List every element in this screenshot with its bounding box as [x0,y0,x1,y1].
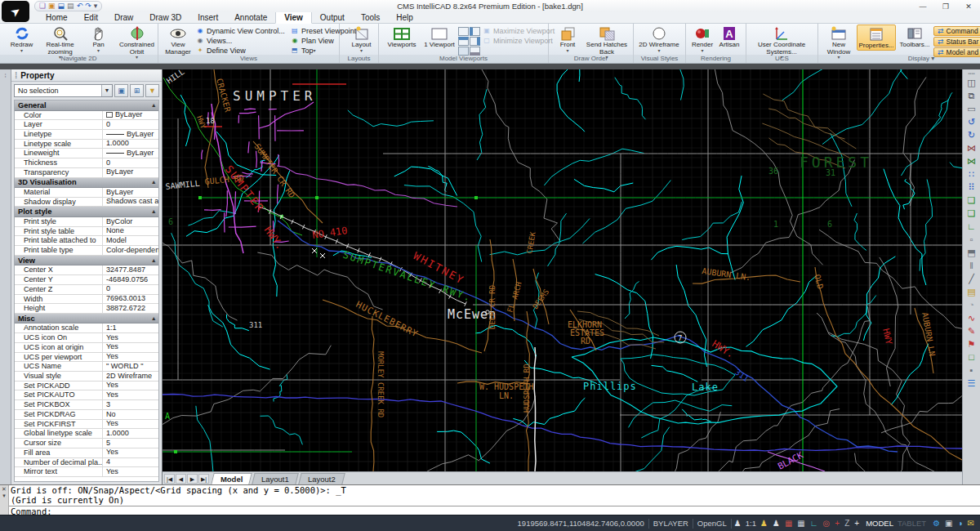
copy-array-icon[interactable]: ⧉ [964,89,979,102]
collapse-icon[interactable]: ▴ [152,102,155,109]
property-value[interactable]: 3 [103,400,158,409]
viewports-button[interactable]: Viewports [381,25,422,49]
property-section-header[interactable]: View▴ [15,256,158,266]
copy-icon[interactable]: ◫ [964,76,979,89]
rotate-ccw-icon[interactable]: ↺ [964,115,979,128]
property-value[interactable]: 1:1 [103,324,158,332]
grid-icon[interactable]: ▦ [795,519,807,528]
tab-tools[interactable]: Tools [353,12,388,23]
paste-icon[interactable]: ▭ [964,102,979,115]
property-value[interactable]: ByLayer [103,111,158,120]
property-value[interactable]: 0 [103,158,158,167]
mirror-green-icon[interactable]: ⋈ [964,154,979,167]
collapse-icon[interactable]: ▴ [152,315,155,322]
viewport-green2-icon[interactable]: ❏ [964,207,979,220]
viewport-config-icon[interactable] [470,27,480,36]
redraw-button[interactable]: Redraw▾ [2,25,41,52]
property-section-header[interactable]: Misc▴ [15,314,158,324]
toolbars-button[interactable]: Toolbars... [896,25,933,49]
model-space-indicator[interactable]: MODEL [862,519,898,528]
property-value[interactable]: 0 [103,120,158,129]
property-value[interactable]: No [103,410,158,419]
box-3d-icon[interactable]: ⬒ [964,246,979,259]
property-value[interactable]: 0 [103,285,158,294]
tab-draw[interactable]: Draw [106,12,141,23]
property-value[interactable]: Color-dependent print ... [103,246,158,255]
etrack-icon[interactable]: + [832,519,842,528]
viewport-green-icon[interactable]: ❏ [964,194,979,207]
mail-icon[interactable]: ✉ [965,519,977,528]
property-section-header[interactable]: 3D Visualisation▴ [15,178,158,189]
plot-preview-icon[interactable]: ▤ [67,2,74,10]
prev-tab-icon[interactable]: ◀ [176,474,186,484]
array-path-icon[interactable]: ⠿ [964,181,979,194]
mirror-icon[interactable]: ⋈ [964,141,979,154]
select-objects-icon[interactable]: ⊞ [130,84,144,97]
property-value[interactable]: -46849.0756 [103,275,158,284]
property-value[interactable]: Yes [103,382,158,390]
wireframe-button[interactable]: 2D Wireframe▾ [636,25,682,52]
constrained-orbit-button[interactable]: Constrained Orbit▾ [118,25,156,59]
property-panel-title[interactable]: ⁞Property [11,69,162,82]
tab-layout1[interactable]: Layout1 [252,473,299,484]
undo-icon[interactable]: ↶ [77,2,83,10]
status-bar-toggle[interactable]: ⇄Status Bar [933,37,980,47]
front-button[interactable]: Front▾ [551,25,584,52]
graphics-engine-indicator[interactable]: OpenGL [693,519,731,528]
square-green-icon[interactable]: □ [964,350,979,364]
combo-dropdown-icon[interactable]: ▼ [101,85,112,96]
layout-button[interactable]: Layout▾ [342,25,381,52]
maximize-button[interactable]: ❐ [934,1,957,12]
property-value[interactable]: ByLayer [103,168,158,177]
property-value[interactable]: ByLayer [103,188,158,197]
property-value[interactable]: 5 [103,439,158,448]
one-viewport-button[interactable]: 1 Viewport [422,25,457,49]
collapse-icon[interactable]: ▴ [152,257,155,264]
close-button[interactable]: ✕ [957,1,980,12]
property-value[interactable]: Model [103,236,158,245]
pan-button[interactable]: Pan▾ [79,25,118,52]
command-bar-body[interactable]: Grid is off: ON/Snap/Aspect/<Grid spacin… [9,485,980,515]
dynamic-view-control-item[interactable]: ◉Dynamic View Control... [195,26,285,35]
views-item[interactable]: ◉Views... [195,36,285,45]
tab-draw3d[interactable]: Draw 3D [141,12,189,23]
window-cascade-icon[interactable]: ▣ [942,519,955,528]
realtime-zoom-button[interactable]: Real-time zooming▾ [41,25,79,59]
property-value[interactable]: " WORLD " [103,362,158,371]
annotation-scale-icon[interactable]: ♟ [758,519,770,528]
new-window-button[interactable]: New Window▾ [821,25,857,59]
open-file-icon[interactable]: ▣ [48,2,56,10]
angle-green-icon[interactable]: ∟ [964,220,979,233]
drawing-canvas[interactable]: SUMPTERFOREST3631166McEwenNO 410SUMPTERV… [163,69,962,484]
property-value[interactable]: None [103,227,158,236]
quick-select-icon[interactable]: ▣ [114,84,128,97]
tab-edit[interactable]: Edit [76,12,106,23]
palette-dock-strip[interactable]: ⁞ [0,69,11,484]
properties-button[interactable]: Properties... [857,25,896,51]
toggle-pickadd-icon[interactable]: ▼ [145,84,159,97]
property-value[interactable]: 76963.0013 [103,295,158,304]
close-command-bar-icon[interactable]: ✕ [2,486,7,493]
annotation-visibility-icon[interactable]: ♟ [770,519,782,528]
qat-customize-icon[interactable]: ▾ [94,2,98,10]
viewport-config-icon[interactable] [458,37,469,46]
property-value[interactable]: Yes [103,390,158,399]
property-value[interactable]: ByColor [103,217,158,226]
lwt-icon[interactable]: Z [842,519,852,528]
minimize-button[interactable]: — [911,1,934,12]
property-value[interactable]: 32477.8487 [103,266,158,274]
viewport-config-icon[interactable] [458,27,469,36]
property-value[interactable]: Yes [103,420,158,429]
save-icon[interactable]: ⬓ [58,2,65,10]
tab-output[interactable]: Output [312,12,353,23]
annotation-scale-value[interactable]: 1:1 [744,519,758,528]
viewport-config-icon[interactable] [470,37,480,46]
redo-icon[interactable]: ↷ [85,2,91,10]
view-manager-button[interactable]: View Manager [161,25,195,56]
property-value[interactable]: ByLayer [103,149,158,158]
property-value[interactable]: ByLayer [103,130,158,139]
bars-icon[interactable]: ‖ [964,259,979,272]
tablet-indicator[interactable]: TABLET [898,519,930,528]
bylayer-indicator[interactable]: BYLAYER [649,519,693,528]
define-view-item[interactable]: ✦Define View [195,46,285,55]
